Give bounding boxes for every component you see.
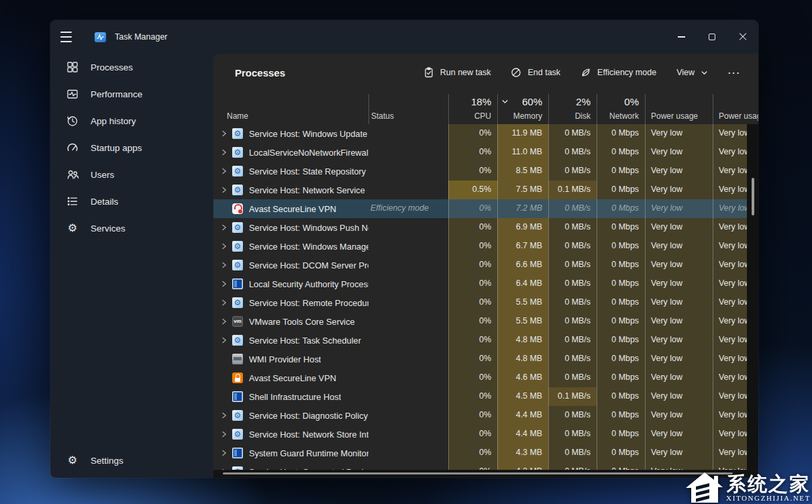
- memory-value: 11.0 MB: [497, 143, 548, 162]
- table-row[interactable]: Local Security Authority Process... 0% 6…: [213, 274, 758, 293]
- network-value: 0 Mbps: [597, 293, 645, 312]
- expand-chevron-icon[interactable]: [217, 317, 231, 325]
- disk-value: 0 MB/s: [548, 331, 597, 350]
- table-row[interactable]: Service Host: DCOM Server Proc... 0% 6.6…: [213, 256, 758, 274]
- sidebar-item-label: Settings: [91, 456, 123, 466]
- process-name-cell: Avast SecureLine VPN: [213, 368, 368, 387]
- slash-circle-icon: [511, 67, 521, 78]
- table-row[interactable]: Shell Infrastructure Host 0% 4.5 MB 0.1 …: [213, 387, 758, 406]
- table-row[interactable]: WMI Provider Host 0% 4.8 MB 0 MB/s 0 Mbp…: [213, 350, 758, 368]
- expand-chevron-icon[interactable]: [217, 280, 231, 288]
- watermark-subtitle: XITONGZHIJIA.NET: [726, 494, 811, 502]
- memory-value: 5.5 MB: [497, 312, 548, 331]
- sidebar-item-settings[interactable]: ⚙ Settings: [54, 447, 210, 474]
- expand-chevron-icon[interactable]: [217, 242, 231, 250]
- table-row[interactable]: System Guard Runtime Monitor... 0% 4.3 M…: [213, 444, 758, 462]
- column-header-power-usage-trend[interactable]: Power usage trend: [713, 94, 758, 124]
- table-row[interactable]: LocalServiceNoNetworkFirewall ... 0% 11.…: [213, 143, 758, 162]
- network-value: 0 Mbps: [597, 181, 645, 199]
- minimize-button[interactable]: [666, 20, 697, 54]
- hamburger-menu-icon[interactable]: [60, 28, 79, 46]
- more-options-button[interactable]: ···: [728, 68, 741, 78]
- column-header-network[interactable]: 0%Network: [597, 94, 645, 124]
- minimize-icon: [678, 36, 685, 37]
- window-icon: [232, 391, 243, 402]
- expand-chevron-icon[interactable]: [217, 299, 231, 307]
- efficiency-mode-button[interactable]: Efficiency mode: [580, 67, 656, 78]
- leaf-icon: [580, 67, 591, 78]
- column-header-cpu[interactable]: 18%CPU: [448, 94, 497, 124]
- service-icon: [232, 429, 243, 440]
- network-value: 0 Mbps: [597, 162, 645, 181]
- cpu-value: 0%: [448, 124, 497, 143]
- table-row[interactable]: Service Host: Diagnostic Policy ... 0% 4…: [213, 406, 758, 425]
- process-status: [368, 237, 448, 256]
- table-row[interactable]: VMware Tools Core Service 0% 5.5 MB 0 MB…: [213, 312, 758, 331]
- network-value: 0 Mbps: [597, 368, 645, 387]
- process-status: [368, 387, 448, 406]
- cpu-value: 0%: [448, 162, 497, 181]
- run-new-task-button[interactable]: Run new task: [423, 67, 491, 78]
- table-header: Name Status 18%CPU 60%Memory 2%Disk 0%Ne…: [213, 94, 758, 124]
- close-button[interactable]: [727, 20, 758, 54]
- sidebar-item-performance[interactable]: Performance: [54, 81, 210, 107]
- vertical-scrollbar-thumb[interactable]: [752, 178, 754, 215]
- expand-chevron-icon[interactable]: [217, 430, 231, 438]
- maximize-button[interactable]: [697, 20, 727, 54]
- process-name: Avast SecureLine VPN: [249, 369, 336, 387]
- panel-header: Processes Run new task End task Efficien…: [213, 54, 758, 91]
- power-usage-value: Very low: [645, 218, 713, 237]
- table-row[interactable]: Service Host: Network Store Inte... 0% 4…: [213, 425, 758, 444]
- network-value: 0 Mbps: [597, 425, 645, 444]
- cpu-value: 0%: [448, 425, 497, 444]
- expand-chevron-icon[interactable]: [217, 449, 231, 457]
- memory-value: 4.6 MB: [497, 368, 548, 387]
- table-row[interactable]: Service Host: Task Scheduler 0% 4.8 MB 0…: [213, 331, 758, 350]
- expand-chevron-icon[interactable]: [217, 223, 231, 232]
- sidebar-item-services[interactable]: ⚙ Services: [54, 215, 210, 242]
- table-row[interactable]: Service Host: Windows Update 0% 11.9 MB …: [213, 124, 758, 143]
- horizontal-scrollbar-thumb[interactable]: [223, 472, 733, 474]
- expand-chevron-icon[interactable]: [217, 336, 231, 344]
- expand-chevron-icon[interactable]: [217, 411, 231, 419]
- expand-chevron-icon[interactable]: [217, 148, 231, 156]
- table-row[interactable]: Service Host: Network Service 0.5% 7.5 M…: [213, 181, 758, 199]
- column-header-disk[interactable]: 2%Disk: [548, 94, 597, 124]
- chevron-down-icon: [701, 69, 708, 77]
- sidebar-item-app-history[interactable]: App history: [54, 107, 210, 134]
- process-status: [368, 274, 448, 293]
- people-icon: [66, 168, 79, 181]
- column-header-memory[interactable]: 60%Memory: [497, 94, 548, 124]
- sidebar-item-details[interactable]: Details: [54, 188, 210, 215]
- column-header-status[interactable]: Status: [368, 94, 448, 124]
- table-row[interactable]: Service Host: Windows Push No... 0% 6.9 …: [213, 218, 758, 237]
- cpu-value: 0%: [448, 312, 497, 331]
- sidebar-item-startup-apps[interactable]: Startup apps: [54, 134, 210, 161]
- column-header-name[interactable]: Name: [213, 94, 368, 124]
- expand-chevron-icon[interactable]: [217, 186, 231, 194]
- power-usage-value: Very low: [645, 162, 713, 181]
- horizontal-scrollbar[interactable]: [213, 470, 758, 478]
- column-header-power-usage[interactable]: Power usage: [645, 94, 713, 124]
- expand-chevron-icon[interactable]: [217, 167, 231, 175]
- table-row[interactable]: Avast SecureLine VPN Efficiency mode 0% …: [213, 199, 758, 218]
- sidebar-item-processes[interactable]: Processes: [54, 54, 210, 81]
- table-row[interactable]: Avast SecureLine VPN 0% 4.6 MB 0 MB/s 0 …: [213, 368, 758, 387]
- power-usage-value: Very low: [645, 387, 713, 406]
- table-row[interactable]: Service Host: Connected Device 0% 4.3 MB…: [213, 462, 758, 470]
- vertical-scrollbar[interactable]: [747, 124, 758, 470]
- table-row[interactable]: Service Host: Remote Procedure... 0% 5.5…: [213, 293, 758, 312]
- table-row[interactable]: Service Host: State Repository S... 0% 8…: [213, 162, 758, 181]
- disk-value: 0 MB/s: [548, 237, 597, 256]
- expand-chevron-icon[interactable]: [217, 261, 231, 269]
- disk-value: 0 MB/s: [548, 425, 597, 444]
- expand-chevron-icon[interactable]: [217, 130, 231, 138]
- cpu-value: 0%: [448, 293, 497, 312]
- vm-icon: [232, 316, 243, 327]
- view-dropdown[interactable]: View: [676, 68, 708, 77]
- grid-icon: [66, 60, 79, 74]
- table-row[interactable]: Service Host: Windows Manage... 0% 6.7 M…: [213, 237, 758, 256]
- end-task-button[interactable]: End task: [511, 67, 560, 78]
- sidebar-item-users[interactable]: Users: [54, 161, 210, 188]
- sidebar-item-label: Processes: [91, 62, 133, 72]
